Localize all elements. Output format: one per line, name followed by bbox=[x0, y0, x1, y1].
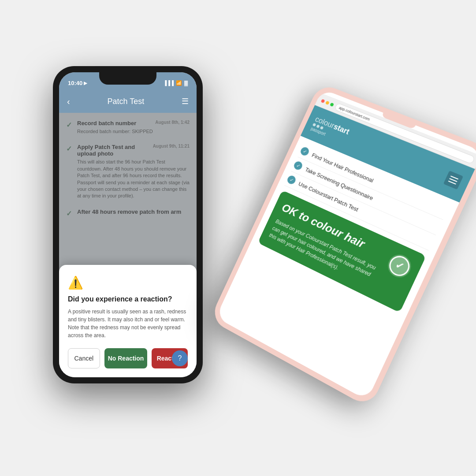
checkmark-icon: ✓ bbox=[289, 177, 294, 183]
dialog-title: Did you experience a reaction? bbox=[68, 295, 188, 303]
check-circle: ✓ bbox=[286, 175, 297, 186]
phone-right: app.colourstart.com colourstart passpo bbox=[209, 83, 476, 408]
app-content: ✓ Record batch number August 8th, 1:42 R… bbox=[59, 113, 197, 377]
ok-checkmark-icon: ✓ bbox=[384, 251, 415, 281]
checkmark-icon: ✓ bbox=[295, 162, 301, 169]
phone-notch bbox=[99, 72, 156, 85]
dialog-buttons: Cancel No Reaction Reaction bbox=[68, 348, 188, 368]
fullscreen-dot bbox=[330, 102, 334, 107]
scene: 10:40 ▶ ▐▐▐ 📶 ▓ ‹ Patch Test ☰ ✓ bbox=[40, 40, 436, 436]
phone-right-screen: app.colourstart.com colourstart passpo bbox=[216, 89, 476, 400]
location-icon: ▶ bbox=[84, 81, 87, 86]
warning-icon: ⚠️ bbox=[68, 275, 188, 290]
ok-card-right: ✓ bbox=[382, 251, 415, 286]
status-icons: ▐▐▐ 📶 ▓ bbox=[164, 80, 188, 86]
page-title: Patch Test bbox=[107, 97, 144, 106]
right-menu-button[interactable] bbox=[443, 171, 463, 190]
back-button[interactable]: ‹ bbox=[67, 97, 70, 107]
phone-right-wrapper: app.colourstart.com colourstart passpo bbox=[209, 83, 476, 408]
close-dot bbox=[321, 99, 325, 103]
faq-fab-button[interactable]: ? bbox=[172, 350, 188, 366]
phone-left-screen: 10:40 ▶ ▐▐▐ 📶 ▓ ‹ Patch Test ☰ ✓ bbox=[59, 72, 197, 377]
app-header: ‹ Patch Test ☰ bbox=[59, 90, 197, 113]
cancel-button[interactable]: Cancel bbox=[68, 348, 100, 368]
phone-left: 10:40 ▶ ▐▐▐ 📶 ▓ ‹ Patch Test ☰ ✓ bbox=[53, 66, 203, 383]
checkmark-icon: ✓ bbox=[302, 148, 308, 155]
check-circle: ✓ bbox=[293, 160, 304, 171]
browser-traffic-lights bbox=[321, 99, 335, 107]
dialog-text: A positive result is usually seen as a r… bbox=[68, 308, 188, 339]
menu-button[interactable]: ☰ bbox=[182, 97, 189, 106]
no-reaction-button[interactable]: No Reaction bbox=[104, 348, 148, 368]
battery-icon: ▓ bbox=[184, 80, 188, 86]
check-circle: ✓ bbox=[299, 146, 310, 157]
status-time: 10:40 ▶ bbox=[68, 80, 87, 86]
dialog-overlay: ⚠️ Did you experience a reaction? A posi… bbox=[59, 113, 197, 377]
minimize-dot bbox=[325, 100, 330, 105]
colourstart-passport-logo: colourstart passport bbox=[310, 115, 350, 144]
wifi-icon: 📶 bbox=[176, 80, 182, 86]
signal-icon: ▐▐▐ bbox=[164, 80, 174, 86]
